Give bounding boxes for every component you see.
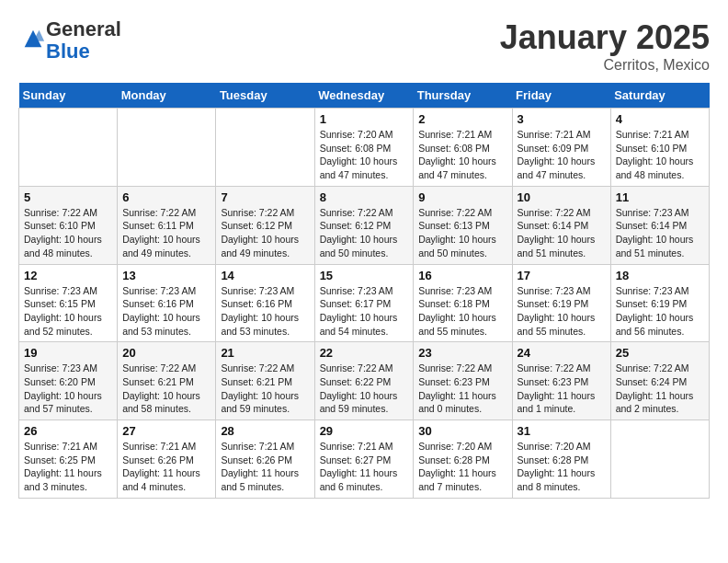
- logo-blue-text: Blue: [46, 40, 90, 63]
- day-number: 29: [320, 424, 409, 438]
- logo-general-text: General: [46, 17, 121, 40]
- calendar-cell: 11Sunrise: 7:23 AM Sunset: 6:14 PM Dayli…: [610, 186, 709, 264]
- weekday-header: Tuesday: [216, 83, 314, 109]
- calendar-table: SundayMondayTuesdayWednesdayThursdayFrid…: [18, 83, 710, 499]
- calendar-cell: 4Sunrise: 7:21 AM Sunset: 6:10 PM Daylig…: [610, 109, 709, 187]
- calendar-cell: 28Sunrise: 7:21 AM Sunset: 6:26 PM Dayli…: [216, 420, 314, 499]
- calendar-week-row: 26Sunrise: 7:21 AM Sunset: 6:25 PM Dayli…: [19, 420, 710, 499]
- day-info: Sunrise: 7:21 AM Sunset: 6:08 PM Dayligh…: [418, 128, 506, 182]
- calendar-cell: 3Sunrise: 7:21 AM Sunset: 6:09 PM Daylig…: [512, 109, 610, 187]
- calendar-cell: [118, 109, 216, 187]
- day-info: Sunrise: 7:21 AM Sunset: 6:09 PM Dayligh…: [518, 128, 606, 182]
- day-number: 24: [518, 346, 606, 360]
- day-info: Sunrise: 7:23 AM Sunset: 6:16 PM Dayligh…: [221, 284, 309, 339]
- day-info: Sunrise: 7:22 AM Sunset: 6:11 PM Dayligh…: [122, 206, 210, 260]
- calendar-week-row: 19Sunrise: 7:23 AM Sunset: 6:20 PM Dayli…: [19, 342, 710, 420]
- day-number: 7: [221, 190, 309, 204]
- day-number: 22: [320, 346, 409, 360]
- logo: General Blue: [18, 18, 121, 63]
- day-number: 25: [616, 346, 704, 360]
- calendar-cell: 17Sunrise: 7:23 AM Sunset: 6:19 PM Dayli…: [512, 264, 610, 342]
- calendar-cell: 6Sunrise: 7:22 AM Sunset: 6:11 PM Daylig…: [118, 186, 216, 264]
- calendar-cell: 27Sunrise: 7:21 AM Sunset: 6:26 PM Dayli…: [118, 420, 216, 499]
- calendar-cell: 30Sunrise: 7:20 AM Sunset: 6:28 PM Dayli…: [414, 420, 512, 499]
- day-number: 20: [122, 346, 210, 360]
- calendar-week-row: 5Sunrise: 7:22 AM Sunset: 6:10 PM Daylig…: [19, 186, 710, 264]
- weekday-header: Monday: [118, 83, 216, 109]
- calendar-cell: 2Sunrise: 7:21 AM Sunset: 6:08 PM Daylig…: [414, 109, 512, 187]
- day-number: 12: [24, 269, 112, 282]
- day-number: 30: [418, 424, 506, 438]
- calendar-cell: 29Sunrise: 7:21 AM Sunset: 6:27 PM Dayli…: [314, 420, 414, 499]
- day-number: 4: [616, 112, 704, 126]
- weekday-header-row: SundayMondayTuesdayWednesdayThursdayFrid…: [19, 83, 710, 109]
- weekday-header: Saturday: [610, 83, 709, 109]
- weekday-header: Wednesday: [314, 83, 414, 109]
- calendar-cell: [19, 109, 118, 187]
- calendar-cell: 23Sunrise: 7:22 AM Sunset: 6:23 PM Dayli…: [414, 342, 512, 420]
- day-info: Sunrise: 7:22 AM Sunset: 6:14 PM Dayligh…: [518, 206, 606, 260]
- title-block: January 2025 Cerritos, Mexico: [500, 18, 710, 74]
- day-info: Sunrise: 7:20 AM Sunset: 6:08 PM Dayligh…: [320, 128, 409, 182]
- day-info: Sunrise: 7:22 AM Sunset: 6:24 PM Dayligh…: [616, 362, 704, 416]
- day-number: 18: [616, 269, 704, 282]
- calendar-cell: 8Sunrise: 7:22 AM Sunset: 6:12 PM Daylig…: [314, 186, 414, 264]
- day-number: 11: [616, 190, 704, 204]
- day-info: Sunrise: 7:22 AM Sunset: 6:12 PM Dayligh…: [221, 206, 309, 260]
- calendar-cell: 31Sunrise: 7:20 AM Sunset: 6:28 PM Dayli…: [512, 420, 610, 499]
- weekday-header: Thursday: [414, 83, 512, 109]
- logo-icon: [20, 26, 46, 52]
- day-info: Sunrise: 7:22 AM Sunset: 6:12 PM Dayligh…: [320, 206, 409, 260]
- calendar-cell: 26Sunrise: 7:21 AM Sunset: 6:25 PM Dayli…: [19, 420, 118, 499]
- calendar-cell: 15Sunrise: 7:23 AM Sunset: 6:17 PM Dayli…: [314, 264, 414, 342]
- day-number: 8: [320, 190, 409, 204]
- day-info: Sunrise: 7:23 AM Sunset: 6:18 PM Dayligh…: [418, 284, 506, 339]
- day-number: 9: [418, 190, 506, 204]
- day-info: Sunrise: 7:22 AM Sunset: 6:22 PM Dayligh…: [320, 362, 409, 416]
- calendar-cell: 18Sunrise: 7:23 AM Sunset: 6:19 PM Dayli…: [610, 264, 709, 342]
- day-number: 31: [518, 424, 606, 438]
- calendar-cell: 16Sunrise: 7:23 AM Sunset: 6:18 PM Dayli…: [414, 264, 512, 342]
- day-info: Sunrise: 7:20 AM Sunset: 6:28 PM Dayligh…: [518, 440, 606, 494]
- day-info: Sunrise: 7:23 AM Sunset: 6:19 PM Dayligh…: [616, 284, 704, 339]
- day-info: Sunrise: 7:23 AM Sunset: 6:17 PM Dayligh…: [320, 284, 409, 339]
- day-number: 21: [221, 346, 309, 360]
- calendar-week-row: 12Sunrise: 7:23 AM Sunset: 6:15 PM Dayli…: [19, 264, 710, 342]
- day-number: 6: [122, 190, 210, 204]
- calendar-cell: 14Sunrise: 7:23 AM Sunset: 6:16 PM Dayli…: [216, 264, 314, 342]
- day-info: Sunrise: 7:23 AM Sunset: 6:14 PM Dayligh…: [616, 206, 704, 260]
- day-number: 2: [418, 112, 506, 126]
- month-title: January 2025: [500, 18, 710, 57]
- day-number: 3: [518, 112, 606, 126]
- day-number: 28: [221, 424, 309, 438]
- calendar-cell: [216, 109, 314, 187]
- calendar-cell: 12Sunrise: 7:23 AM Sunset: 6:15 PM Dayli…: [19, 264, 118, 342]
- day-info: Sunrise: 7:22 AM Sunset: 6:21 PM Dayligh…: [221, 362, 309, 416]
- day-number: 15: [320, 269, 409, 282]
- day-info: Sunrise: 7:23 AM Sunset: 6:20 PM Dayligh…: [24, 362, 112, 416]
- calendar-cell: 9Sunrise: 7:22 AM Sunset: 6:13 PM Daylig…: [414, 186, 512, 264]
- location-subtitle: Cerritos, Mexico: [500, 57, 710, 74]
- calendar-cell: 24Sunrise: 7:22 AM Sunset: 6:23 PM Dayli…: [512, 342, 610, 420]
- day-info: Sunrise: 7:22 AM Sunset: 6:13 PM Dayligh…: [418, 206, 506, 260]
- day-info: Sunrise: 7:22 AM Sunset: 6:23 PM Dayligh…: [418, 362, 506, 416]
- day-number: 1: [320, 112, 409, 126]
- day-info: Sunrise: 7:21 AM Sunset: 6:25 PM Dayligh…: [24, 440, 112, 494]
- day-number: 14: [221, 269, 309, 282]
- calendar-cell: 1Sunrise: 7:20 AM Sunset: 6:08 PM Daylig…: [314, 109, 414, 187]
- day-info: Sunrise: 7:21 AM Sunset: 6:10 PM Dayligh…: [616, 128, 704, 182]
- day-info: Sunrise: 7:23 AM Sunset: 6:19 PM Dayligh…: [518, 284, 606, 339]
- day-number: 17: [518, 269, 606, 282]
- calendar-week-row: 1Sunrise: 7:20 AM Sunset: 6:08 PM Daylig…: [19, 109, 710, 187]
- weekday-header: Sunday: [19, 83, 118, 109]
- calendar-cell: 19Sunrise: 7:23 AM Sunset: 6:20 PM Dayli…: [19, 342, 118, 420]
- calendar-cell: 25Sunrise: 7:22 AM Sunset: 6:24 PM Dayli…: [610, 342, 709, 420]
- day-number: 5: [24, 190, 112, 204]
- day-info: Sunrise: 7:22 AM Sunset: 6:23 PM Dayligh…: [518, 362, 606, 416]
- calendar-cell: 13Sunrise: 7:23 AM Sunset: 6:16 PM Dayli…: [118, 264, 216, 342]
- calendar-cell: 21Sunrise: 7:22 AM Sunset: 6:21 PM Dayli…: [216, 342, 314, 420]
- day-info: Sunrise: 7:23 AM Sunset: 6:15 PM Dayligh…: [24, 284, 112, 339]
- calendar-cell: 5Sunrise: 7:22 AM Sunset: 6:10 PM Daylig…: [19, 186, 118, 264]
- day-info: Sunrise: 7:21 AM Sunset: 6:26 PM Dayligh…: [122, 440, 210, 494]
- day-info: Sunrise: 7:23 AM Sunset: 6:16 PM Dayligh…: [122, 284, 210, 339]
